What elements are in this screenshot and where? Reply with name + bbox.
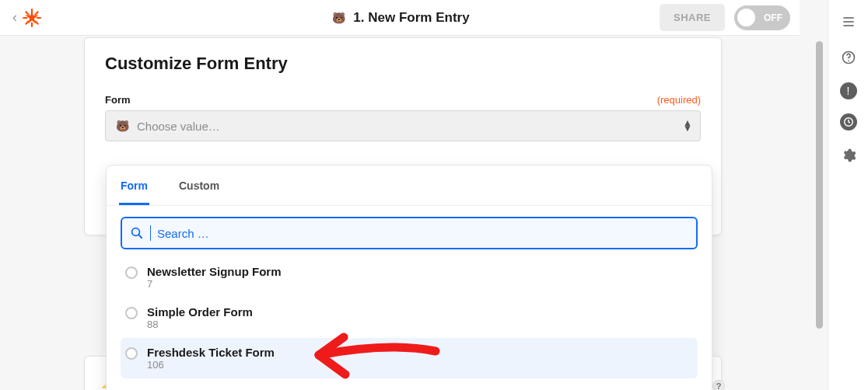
field-label: Form: [105, 94, 131, 106]
text-caret: [150, 225, 151, 241]
list-item[interactable]: Freshdesk Ticket Form 106: [121, 338, 698, 378]
card-title: Customize Form Entry: [105, 54, 701, 74]
wpforms-icon: 🐻: [330, 9, 347, 26]
history-icon[interactable]: [840, 113, 857, 131]
svg-rect-4: [36, 16, 41, 18]
option-id: 106: [147, 359, 275, 371]
dropdown-actions: LOAD MORE CLEAR: [107, 386, 712, 390]
tab-form[interactable]: Form: [119, 170, 149, 205]
radio-icon: [125, 266, 138, 279]
topbar: ‹ 🐻 1. New Form Entry SHARE OFF: [0, 0, 800, 36]
svg-point-9: [132, 228, 140, 236]
svg-rect-3: [23, 16, 27, 18]
radio-icon: [125, 347, 138, 360]
main-area: Customize Form Entry Form (required) 🐻 C…: [0, 36, 800, 390]
help-icon[interactable]: [838, 47, 859, 68]
svg-line-10: [138, 235, 142, 239]
svg-rect-2: [31, 22, 33, 26]
wpforms-icon: 🐻: [114, 117, 131, 134]
zapier-logo-icon: [22, 8, 42, 28]
toggle-label: OFF: [764, 12, 782, 23]
svg-rect-5: [34, 10, 39, 15]
dropdown-tabs: Form Custom: [107, 170, 712, 206]
search-input[interactable]: [157, 227, 688, 240]
field-required-label: (required): [657, 94, 701, 106]
scrollbar-thumb[interactable]: [816, 41, 823, 329]
option-id: 88: [147, 319, 253, 330]
radio-icon: [125, 307, 138, 319]
option-title: Simple Order Form: [147, 305, 253, 319]
svg-point-15: [848, 60, 849, 61]
svg-point-0: [30, 15, 35, 20]
form-dropdown: Form Custom Newsletter Signup Form 7: [106, 165, 712, 390]
field-header: Form (required): [105, 94, 701, 106]
svg-rect-7: [25, 10, 30, 15]
form-select-placeholder: Choose value…: [137, 120, 220, 133]
option-id: 7: [147, 278, 282, 290]
options-list: Newsletter Signup Form 7 Simple Order Fo…: [121, 257, 698, 378]
outline-icon[interactable]: [838, 11, 859, 33]
topbar-right: SHARE OFF: [660, 4, 790, 31]
step-title-text: 1. New Form Entry: [353, 10, 469, 26]
svg-rect-1: [31, 9, 33, 14]
search-icon: [130, 226, 144, 240]
right-rail: !: [828, 0, 868, 390]
share-button[interactable]: SHARE: [660, 4, 725, 31]
list-item[interactable]: Simple Order Form 88: [121, 298, 698, 338]
scrollbar[interactable]: [814, 37, 824, 389]
list-item[interactable]: Newsletter Signup Form 7: [121, 257, 698, 298]
dropdown-body: Newsletter Signup Form 7 Simple Order Fo…: [107, 206, 712, 386]
back-chevron-icon[interactable]: ‹: [9, 9, 20, 26]
help-dot-icon[interactable]: ?: [712, 380, 725, 390]
search-input-wrap[interactable]: [121, 217, 698, 249]
option-title: Freshdesk Ticket Form: [147, 346, 275, 359]
gear-icon[interactable]: [838, 145, 859, 166]
step-title: 🐻 1. New Form Entry: [330, 9, 469, 26]
select-sort-icon: ▲▼: [683, 120, 692, 131]
alert-icon[interactable]: !: [840, 82, 857, 99]
form-select-input[interactable]: 🐻 Choose value… ▲▼: [105, 110, 701, 141]
tab-custom[interactable]: Custom: [177, 170, 221, 205]
option-title: Newsletter Signup Form: [147, 265, 282, 278]
toggle-knob: [737, 9, 755, 26]
zap-on-off-toggle[interactable]: OFF: [734, 5, 790, 30]
